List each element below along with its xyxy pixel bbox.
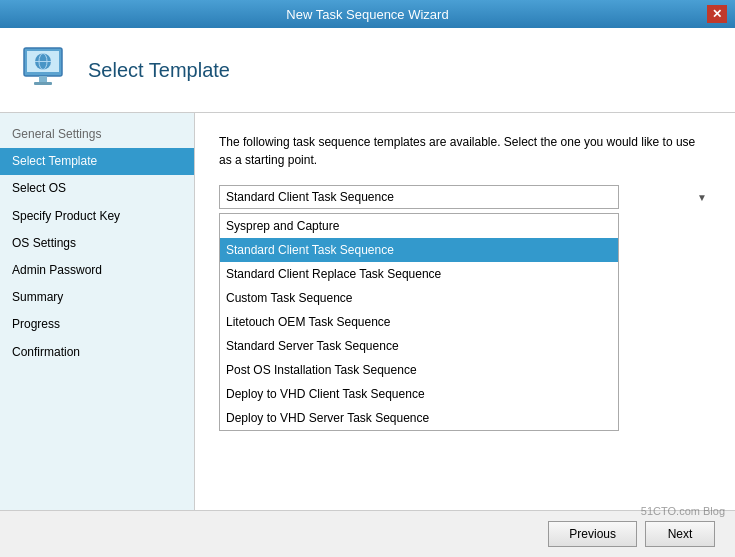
content-area: General Settings Select Template Select …	[0, 113, 735, 510]
sidebar-item-select-os[interactable]: Select OS	[0, 175, 194, 202]
sidebar: General Settings Select Template Select …	[0, 113, 195, 510]
dropdown-container: Sysprep and Capture Standard Client Task…	[219, 185, 711, 209]
sidebar-item-summary[interactable]: Summary	[0, 284, 194, 311]
page-title: Select Template	[88, 59, 230, 82]
header-section: Select Template	[0, 28, 735, 113]
sidebar-item-select-template[interactable]: Select Template	[0, 148, 194, 175]
list-item[interactable]: Sysprep and Capture	[220, 214, 618, 238]
list-item[interactable]: Deploy to VHD Client Task Sequence	[220, 382, 618, 406]
computer-icon	[20, 44, 72, 96]
template-list[interactable]: Sysprep and Capture Standard Client Task…	[219, 213, 619, 431]
template-dropdown[interactable]: Sysprep and Capture Standard Client Task…	[219, 185, 619, 209]
sidebar-item-admin-password[interactable]: Admin Password	[0, 257, 194, 284]
sidebar-item-general-settings[interactable]: General Settings	[0, 121, 194, 148]
list-item[interactable]: Deploy to VHD Server Task Sequence	[220, 406, 618, 430]
list-item[interactable]: Litetouch OEM Task Sequence	[220, 310, 618, 334]
next-button[interactable]: Next	[645, 521, 715, 547]
sidebar-item-progress[interactable]: Progress	[0, 311, 194, 338]
list-item[interactable]: Standard Client Task Sequence	[220, 238, 618, 262]
title-bar-text: New Task Sequence Wizard	[28, 7, 707, 22]
list-item[interactable]: Standard Server Task Sequence	[220, 334, 618, 358]
list-item[interactable]: Standard Client Replace Task Sequence	[220, 262, 618, 286]
wizard-container: Select Template General Settings Select …	[0, 28, 735, 557]
close-button[interactable]: ✕	[707, 5, 727, 23]
main-panel: The following task sequence templates ar…	[195, 113, 735, 510]
svg-rect-6	[34, 82, 52, 85]
footer: Previous Next	[0, 510, 735, 557]
description-text: The following task sequence templates ar…	[219, 133, 711, 169]
title-bar: New Task Sequence Wizard ✕	[0, 0, 735, 28]
sidebar-item-specify-product-key[interactable]: Specify Product Key	[0, 203, 194, 230]
previous-button[interactable]: Previous	[548, 521, 637, 547]
sidebar-item-os-settings[interactable]: OS Settings	[0, 230, 194, 257]
svg-rect-5	[39, 76, 47, 82]
list-item[interactable]: Custom Task Sequence	[220, 286, 618, 310]
sidebar-item-confirmation[interactable]: Confirmation	[0, 339, 194, 366]
chevron-down-icon: ▼	[697, 192, 707, 203]
list-item[interactable]: Post OS Installation Task Sequence	[220, 358, 618, 382]
